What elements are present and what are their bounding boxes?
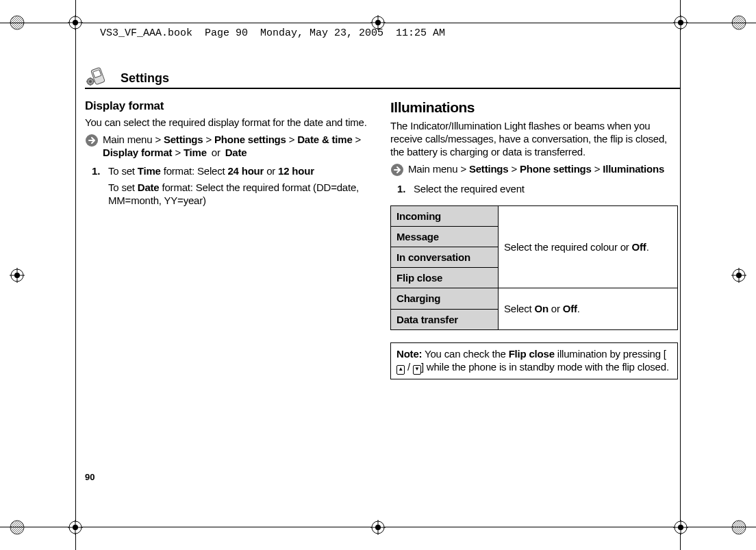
step-number: 1. bbox=[92, 164, 108, 210]
crop-target-icon bbox=[10, 268, 25, 283]
section-title: Settings bbox=[121, 71, 169, 86]
illuminations-table: Incoming Select the required colour or O… bbox=[390, 205, 678, 330]
table-header-cell: Flip close bbox=[391, 268, 499, 288]
nav-seg: Display format bbox=[103, 147, 172, 158]
step-line: To set Time format: Select 24 hour or 12… bbox=[108, 164, 373, 177]
nav-seg: Date & time bbox=[297, 134, 352, 145]
nav-path-display-format: Main menu > Settings > Phone settings > … bbox=[85, 133, 373, 159]
svg-point-39 bbox=[90, 81, 92, 83]
table-header-cell: Data transfer bbox=[391, 309, 499, 329]
table-row: Incoming Select the required colour or O… bbox=[391, 205, 678, 226]
note-label: Note: bbox=[396, 348, 422, 360]
table-cell: Select On or Off. bbox=[499, 288, 678, 329]
left-column: Display format You can select the requir… bbox=[85, 99, 373, 379]
registration-mark-icon bbox=[731, 520, 746, 535]
step-1: 1. Select the required event bbox=[397, 182, 678, 198]
right-column: Illuminations The Indicator/Illumination… bbox=[390, 99, 678, 379]
print-header: VS3_VF_AAA.book Page 90 Monday, May 23, … bbox=[74, 14, 681, 46]
up-key-icon: ▲ bbox=[396, 365, 405, 375]
note-box: Note: You can check the Flip close illum… bbox=[390, 342, 678, 379]
phone-settings-icon bbox=[85, 66, 112, 86]
step-line: Select the required event bbox=[414, 182, 678, 195]
registration-mark-icon bbox=[10, 520, 25, 535]
nav-seg: Time bbox=[184, 147, 207, 158]
svg-point-3 bbox=[732, 521, 746, 534]
illuminations-heading: Illuminations bbox=[390, 99, 678, 117]
nav-path-illuminations: Main menu > Settings > Phone settings > … bbox=[390, 162, 678, 177]
step-1: 1. To set Time format: Select 24 hour or… bbox=[92, 164, 373, 210]
step-line: To set Date format: Select the required … bbox=[108, 181, 373, 207]
nav-seg: Phone settings bbox=[214, 134, 286, 145]
nav-seg: Settings bbox=[469, 163, 509, 175]
crop-target-icon bbox=[731, 268, 746, 283]
svg-point-2 bbox=[10, 521, 24, 534]
table-header-cell: Charging bbox=[391, 288, 499, 309]
nav-seg: Phone settings bbox=[520, 163, 592, 175]
nav-seg: Illuminations bbox=[603, 163, 664, 175]
step-number: 1. bbox=[397, 182, 414, 198]
table-row: Charging Select On or Off. bbox=[391, 288, 678, 309]
display-format-intro: You can select the required display form… bbox=[85, 116, 373, 129]
display-format-heading: Display format bbox=[85, 99, 373, 114]
table-cell: Select the required colour or Off. bbox=[499, 205, 678, 288]
table-header-cell: In conversation bbox=[391, 247, 499, 268]
page-number: 90 bbox=[85, 472, 94, 482]
nav-or: or bbox=[210, 147, 223, 158]
section-header: Settings bbox=[85, 66, 681, 89]
nav-seg: Main menu bbox=[103, 134, 152, 145]
table-header-cell: Incoming bbox=[391, 205, 499, 226]
nav-seg: Main menu bbox=[408, 163, 457, 175]
nav-arrow-icon bbox=[85, 134, 99, 147]
nav-seg: Settings bbox=[164, 134, 203, 145]
illuminations-intro: The Indicator/Illumination Light flashes… bbox=[390, 119, 678, 159]
nav-arrow-icon bbox=[390, 163, 404, 177]
down-key-icon: ▼ bbox=[413, 365, 421, 375]
table-header-cell: Message bbox=[391, 226, 499, 247]
page-body: VS3_VF_AAA.book Page 90 Monday, May 23, … bbox=[74, 14, 681, 534]
nav-seg: Date bbox=[225, 147, 247, 158]
